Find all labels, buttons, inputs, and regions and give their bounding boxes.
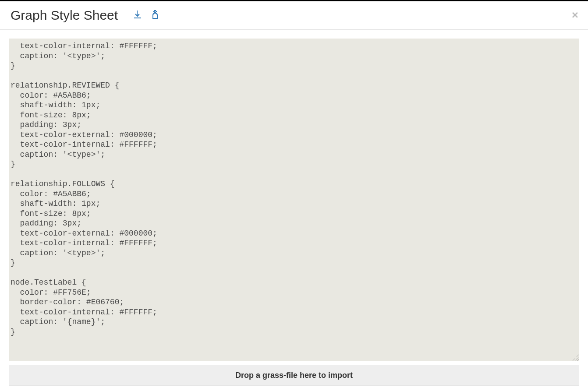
modal-header: Graph Style Sheet × [0,1,588,30]
grass-code-editor[interactable] [9,39,579,361]
dropzone-label: Drop a grass-file here to import [235,371,353,380]
code-editor-wrap [9,39,579,361]
download-icon [132,9,143,21]
modal-title: Graph Style Sheet [11,8,118,23]
close-button[interactable]: × [572,9,578,21]
modal-body: Drop a grass-file here to import [0,30,588,391]
import-dropzone[interactable]: Drop a grass-file here to import [9,365,579,386]
download-button[interactable] [130,8,145,23]
close-icon: × [572,8,578,21]
fire-extinguisher-icon [150,9,160,21]
reset-style-button[interactable] [148,8,163,23]
graph-style-sheet-modal: Graph Style Sheet × [0,0,588,391]
